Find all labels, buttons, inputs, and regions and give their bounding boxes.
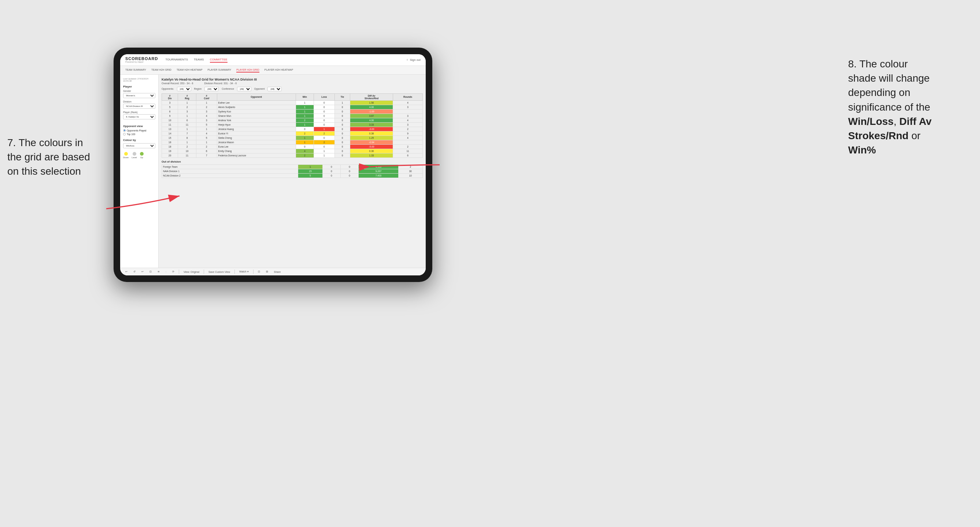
table-row: 15 8 5 Stella Cheng 1 0 0 1.25 4 [162,135,423,140]
cell-loss: 0 [313,118,334,122]
col-opponent: Opponent [217,94,296,100]
nav-teams[interactable]: TEAMS [194,57,204,63]
table-row: 3 1 1 Esther Lee 1 0 1 1.50 4 [162,100,423,105]
cell-ood-tie: 0 [340,169,358,173]
cell-opponent: Sharon Mun [217,114,296,118]
toolbar-view-original[interactable]: View: Original [182,270,201,274]
division-label: Division [123,100,155,103]
division-select[interactable]: NCAA Division III [123,104,155,109]
cell-loss: 0 [313,109,334,114]
timestamp: Last Updated: 27/03/2024 16:55:38 [123,78,155,82]
colour-by-select[interactable]: Win/loss [123,143,155,148]
cell-ood-opponent: NCAA Division 2 [162,173,298,178]
cell-div: 10 [162,118,178,122]
table-row: 14 7 4 Eunice Yi 2 2 0 0.38 9 [162,131,423,135]
toolbar-sep1 [179,270,179,274]
cell-rounds: 3 [393,105,423,109]
opponent-view-title: Opponent view [123,124,155,128]
cell-diff: -3.00 [350,127,393,131]
cell-conf: 4 [196,131,217,135]
sub-nav-player-h2h-heatmap[interactable]: PLAYER H2H HEATMAP [264,68,293,73]
toolbar-back[interactable]: ↩ [140,270,145,274]
toolbar-sep4 [253,270,253,274]
logo-text: SCOREBOARD [125,56,158,61]
out-of-division-title: Out of division [162,160,423,163]
nav-committee[interactable]: COMMITTEE [210,57,228,63]
cell-ood-opponent: Foreign Team [162,164,298,169]
toolbar-refresh[interactable]: ⟳ [171,270,176,274]
opponents-filter-select[interactable]: (All) [177,87,191,91]
cell-ood-tie: 0 [340,164,358,169]
cell-div: 15 [162,135,178,140]
cell-reg: 1 [178,114,196,118]
cell-opponent: Jessica Huang [217,127,296,131]
sign-out-link[interactable]: Sign out [410,58,421,62]
cell-tie: 0 [334,114,350,118]
cell-opponent: Emily Chang [217,149,296,153]
cell-conf: 4 [196,114,217,118]
nav-tournaments[interactable]: TOURNAMENTS [165,57,188,63]
tablet-frame: SCOREBOARD Powered by clippd TOURNAMENTS… [114,48,432,282]
sub-nav-player-summary[interactable]: PLAYER SUMMARY [208,68,232,73]
opponent-filter-select[interactable]: (All) [267,87,282,91]
sub-nav: TEAM SUMMARY TEAM H2H GRID TEAM H2H HEAT… [120,66,426,75]
toolbar-layout[interactable]: ⊞ [264,270,270,274]
cell-tie: 0 [334,127,350,131]
radio-label-opponents: Opponents Played [127,129,146,132]
cell-rounds [393,140,423,144]
sub-nav-player-h2h-grid[interactable]: PLAYER H2H GRID [236,68,259,73]
toolbar-undo[interactable]: ↩ [124,270,129,274]
gender-select[interactable]: Women's [123,93,155,98]
table-row: 20 11 7 Federica Domecq Lacroze 2 1 0 1.… [162,153,423,157]
player-rank-select[interactable]: 8. Katelyn Vo [123,114,155,119]
cell-win: 0 [296,127,313,131]
cell-rounds [393,109,423,114]
cell-rounds: 11 [393,149,423,153]
toolbar-menu[interactable]: ≋ [156,270,161,274]
toolbar-dot[interactable]: · [164,270,168,274]
cell-reg: 1 [178,140,196,144]
cell-ood-diff: 4.500 [359,164,398,169]
logo-sub: Powered by clippd [125,61,158,63]
region-filter-select[interactable]: (All) [204,87,219,91]
cell-tie: 0 [334,144,350,149]
cell-tie: 0 [334,140,350,144]
out-of-division-table: Foreign Team 1 0 0 4.500 2 NAIA Division… [162,164,423,178]
cell-win: 2 [296,153,313,157]
opponents-filter-label: Opponents: [162,87,174,90]
cell-reg: 2 [178,105,196,109]
cell-opponent: Stella Cheng [217,135,296,140]
toolbar-sep3 [234,270,235,274]
conference-filter-select[interactable]: (All) [237,87,251,91]
toolbar-grid2[interactable]: ⊡ [256,270,262,274]
cell-tie: 0 [334,153,350,157]
cell-ood-diff: 7.400 [359,173,398,178]
toolbar-grid[interactable]: ⊡ [148,270,153,274]
sub-nav-team-h2h-grid[interactable]: TEAM H2H GRID [151,68,172,73]
sub-nav-team-summary[interactable]: TEAM SUMMARY [125,68,146,73]
cell-win: 1 [296,140,313,144]
sub-nav-team-h2h-heatmap[interactable]: TEAM H2H HEATMAP [177,68,203,73]
cell-diff: -5.00 [350,144,393,149]
out-of-division-row: NAIA Division 1 15 0 0 9.267 30 [162,169,423,173]
col-tie: Tie [334,94,350,100]
cell-opponent: Alexis Sudjianto [217,105,296,109]
cell-win: 1 [296,114,313,118]
cell-conf: 2 [196,144,217,149]
cell-win: 1 [296,109,313,114]
cell-div: 14 [162,131,178,135]
radio-top100[interactable]: Top 100 [123,133,155,135]
radio-group: Opponents Played Top 100 [123,129,155,135]
toolbar-redo[interactable]: ↺ [132,270,137,274]
cell-conf: 5 [196,122,217,127]
toolbar-save-custom[interactable]: Save Custom View [207,270,232,274]
cell-div: 9 [162,114,178,118]
toolbar-watch[interactable]: Watch ▾ [238,270,250,274]
annotation-bold-winpct: Win% [848,144,876,156]
toolbar-share[interactable]: Share [272,270,282,274]
cell-loss: 0 [313,122,334,127]
radio-opponents-played[interactable]: Opponents Played [123,129,155,132]
cell-tie: 0 [334,149,350,153]
legend-dot-up [140,152,143,156]
col-rounds: Rounds [393,94,423,100]
